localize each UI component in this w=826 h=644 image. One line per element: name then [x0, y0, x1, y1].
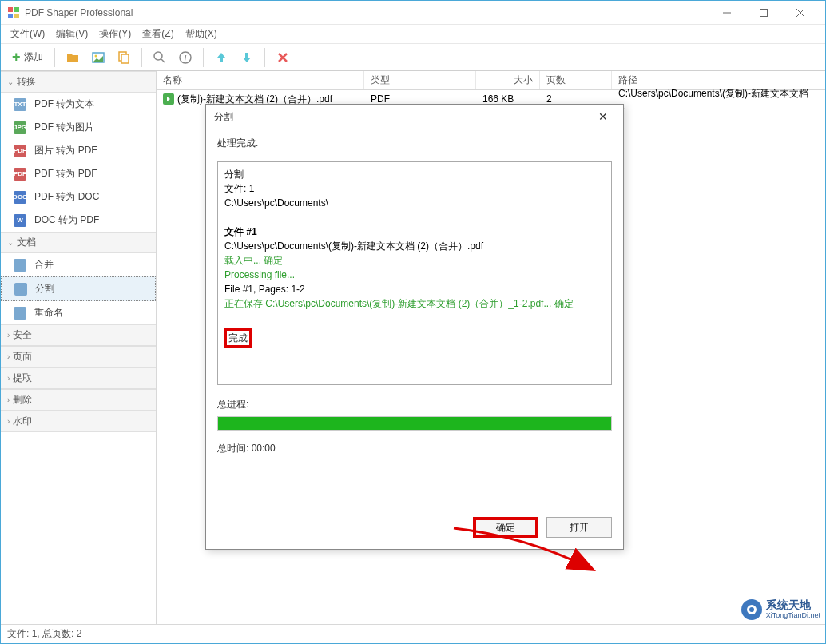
chevron-right-icon: › — [7, 352, 10, 361]
plus-icon: + — [12, 49, 21, 66]
sidebar-category-page[interactable]: ›页面 — [1, 346, 156, 368]
file-type-icon: DOC — [14, 191, 26, 204]
sidebar-item-label: PDF 转为图片 — [34, 121, 94, 134]
sidebar-category-watermark[interactable]: ›水印 — [1, 411, 156, 432]
log-heading: 文件 #1 — [224, 225, 605, 239]
progress-bar — [217, 416, 612, 431]
document-icon — [14, 283, 27, 296]
document-icon — [14, 307, 26, 320]
sidebar-item[interactable]: 分割 — [1, 276, 156, 301]
menu-action[interactable]: 操作(Y) — [94, 26, 136, 42]
log-line: File #1, Pages: 1-2 — [224, 282, 605, 296]
sidebar-category-label: 文档 — [17, 236, 36, 249]
toolbar-separator — [264, 48, 265, 67]
log-line: 分割 — [224, 167, 605, 181]
search-button[interactable] — [149, 46, 171, 69]
sidebar-item[interactable]: DOCPDF 转为 DOC — [1, 185, 156, 209]
column-pages[interactable]: 页数 — [540, 71, 612, 89]
watermark-icon — [741, 598, 763, 621]
log-line: 正在保存 C:\Users\pc\Documents\(复制)-新建文本文档 (… — [224, 296, 605, 311]
svg-rect-2 — [8, 14, 13, 18]
window-controls — [709, 1, 819, 25]
minimize-button[interactable] — [709, 1, 745, 25]
menu-edit[interactable]: 编辑(V) — [51, 26, 93, 42]
copy-button[interactable] — [113, 46, 135, 69]
log-line: Processing file... — [224, 268, 605, 282]
file-type-icon: TXT — [14, 98, 26, 111]
image-button[interactable] — [87, 46, 109, 69]
sidebar-category-delete[interactable]: ›删除 — [1, 389, 156, 411]
chevron-right-icon: › — [7, 417, 10, 426]
info-button[interactable]: i — [174, 46, 197, 69]
ok-label: 确定 — [496, 521, 515, 535]
sidebar-category-security[interactable]: ›安全 — [1, 324, 156, 346]
down-button[interactable] — [236, 46, 258, 69]
sidebar-item[interactable]: WDOC 转为 PDF — [1, 209, 156, 232]
pdf-icon — [163, 93, 174, 105]
close-button[interactable] — [782, 1, 819, 25]
log-line: C:\Users\pc\Documents\ — [224, 196, 605, 210]
time-label: 总时间: 00:00 — [217, 442, 612, 455]
sidebar-item[interactable]: TXTPDF 转为文本 — [1, 93, 156, 116]
svg-point-12 — [154, 52, 162, 60]
sidebar-item-label: 合并 — [34, 258, 54, 272]
log-line: 文件: 1 — [224, 181, 605, 196]
add-button[interactable]: + 添加 — [7, 46, 48, 69]
sidebar-category-label: 删除 — [13, 393, 32, 407]
svg-text:i: i — [184, 52, 186, 63]
sidebar-category-extract[interactable]: ›提取 — [1, 368, 156, 389]
app-icon — [7, 6, 20, 19]
svg-rect-5 — [760, 9, 768, 16]
dialog-body: 处理完成. 分割 文件: 1 C:\Users\pc\Documents\ 文件… — [206, 129, 623, 509]
sidebar-item-label: 重命名 — [34, 306, 63, 320]
sidebar-item-label: DOC 转为 PDF — [34, 213, 99, 227]
menu-view[interactable]: 查看(Z) — [137, 26, 178, 42]
chevron-right-icon: › — [7, 374, 10, 383]
sidebar-category-document[interactable]: ⌄文档 — [1, 232, 156, 253]
sidebar-category-label: 页面 — [13, 350, 32, 364]
up-button[interactable] — [210, 46, 232, 69]
log-output: 分割 文件: 1 C:\Users\pc\Documents\ 文件 #1 C:… — [217, 161, 612, 385]
menubar: 文件(W) 编辑(V) 操作(Y) 查看(Z) 帮助(X) — [1, 25, 825, 44]
sidebar-category-convert[interactable]: ⌄转换 — [1, 71, 156, 93]
column-name[interactable]: 名称 — [157, 71, 364, 89]
column-size[interactable]: 大小 — [476, 71, 540, 89]
progress-label: 总进程: — [217, 398, 612, 411]
file-type-icon: PDF — [14, 168, 26, 181]
dialog-close-button[interactable]: ✕ — [591, 105, 615, 129]
ok-button[interactable]: 确定 — [473, 517, 538, 538]
sidebar-item-label: 图片 转为 PDF — [34, 144, 97, 157]
sidebar-item[interactable]: JPGPDF 转为图片 — [1, 116, 156, 139]
open-button[interactable]: 打开 — [546, 517, 612, 538]
sidebar-item-label: 分割 — [35, 282, 54, 296]
sidebar-item[interactable]: PDF图片 转为 PDF — [1, 139, 156, 162]
toolbar-separator — [54, 48, 55, 67]
open-label: 打开 — [570, 521, 589, 535]
dialog-titlebar: 分割 ✕ — [206, 105, 623, 129]
file-pages: 2 — [540, 93, 612, 105]
sidebar-item[interactable]: PDFPDF 转为 PDF — [1, 162, 156, 185]
maximize-button[interactable] — [745, 1, 782, 25]
toolbar-separator — [203, 48, 204, 67]
log-done-badge: 完成 — [224, 328, 252, 348]
svg-rect-11 — [121, 54, 129, 63]
file-type-icon: PDF — [14, 145, 26, 157]
dialog-buttons: 确定 打开 — [206, 509, 623, 549]
delete-button[interactable] — [272, 46, 294, 69]
file-type-icon: W — [14, 214, 26, 227]
sidebar-item[interactable]: 合并 — [1, 253, 156, 276]
dialog-title: 分割 — [214, 110, 591, 124]
split-dialog: 分割 ✕ 处理完成. 分割 文件: 1 C:\Users\pc\Document… — [205, 104, 624, 550]
sidebar-category-label: 转换 — [17, 75, 36, 89]
menu-help[interactable]: 帮助(X) — [181, 26, 222, 42]
chevron-right-icon: › — [7, 396, 10, 404]
file-path: C:\Users\pc\Documents\(复制)-新建文本文档 ... — [612, 87, 825, 112]
folder-button[interactable] — [62, 46, 84, 69]
watermark-cn: 系统天地 — [766, 599, 820, 611]
column-type[interactable]: 类型 — [364, 71, 476, 89]
status-text: 文件: 1, 总页数: 2 — [7, 627, 81, 641]
toolbar-separator — [141, 48, 142, 67]
menu-file[interactable]: 文件(W) — [6, 26, 50, 42]
dialog-status: 处理完成. — [217, 137, 612, 150]
sidebar-item[interactable]: 重命名 — [1, 301, 156, 324]
